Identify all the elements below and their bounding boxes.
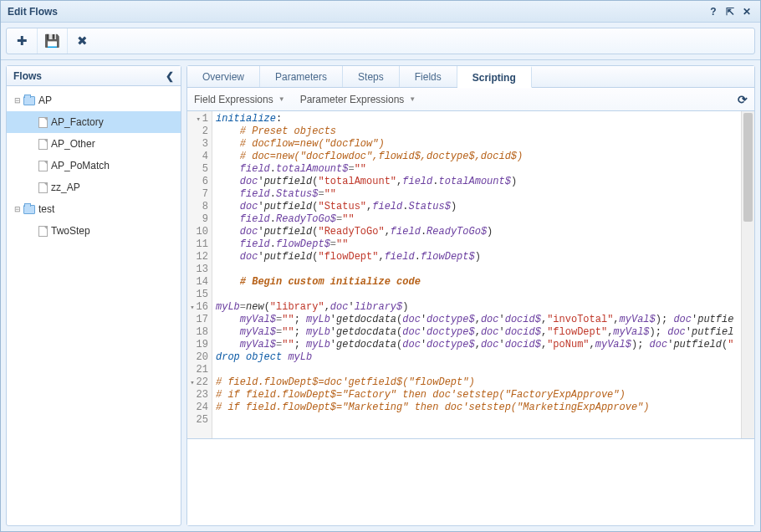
flow-tree[interactable]: ⊟ APAP_FactoryAP_OtherAP_PoMatchzz_AP⊟ t… [7,86,181,525]
pin-button[interactable]: ⇱ [723,5,737,18]
sidebar-header: Flows ❮ [7,66,181,86]
tree-file[interactable]: zz_AP [7,176,181,198]
field-expressions-dropdown[interactable]: Field Expressions ▼ [194,94,285,105]
edit-flows-window: Edit Flows ? ⇱ ✕ ✚ 💾 ✖ Flows ❮ ⊟ APAP_Fa… [0,0,761,532]
tab-scripting[interactable]: Scripting [457,66,532,88]
code-editor[interactable]: 1234567891011121314151617181920212223242… [187,111,754,438]
tab-overview[interactable]: Overview [187,66,260,87]
tree-item-label: AP_Other [51,138,95,150]
window-title: Edit Flows [8,6,58,18]
tab-parameters[interactable]: Parameters [260,66,343,87]
parameter-expressions-dropdown[interactable]: Parameter Expressions ▼ [300,94,416,105]
sidebar-title: Flows [13,70,42,82]
horizontal-scrollbar[interactable] [212,425,741,438]
clear-button[interactable]: ✖ [67,28,97,54]
plus-icon: ✚ [17,33,28,49]
collapse-sidebar-button[interactable]: ❮ [166,70,174,82]
file-icon [38,161,48,171]
tree-item-label: AP [38,95,52,106]
field-expressions-label: Field Expressions [194,94,273,105]
refresh-icon: ⟳ [738,93,748,106]
line-gutter: 1234567891011121314151617181920212223242… [187,111,212,438]
file-icon [38,117,48,128]
vertical-scrollbar[interactable] [741,111,754,438]
add-button[interactable]: ✚ [7,28,37,54]
help-button[interactable]: ? [707,5,720,18]
tree-file[interactable]: AP_Factory [7,111,181,133]
editor-panel: OverviewParametersStepsFieldsScripting F… [186,65,755,526]
tree-folder[interactable]: ⊟ AP [7,90,181,111]
tree-item-label: TwoStep [51,225,90,237]
tree-item-label: test [38,203,54,215]
code-area[interactable]: initialize: # Preset objects # docflow=n… [212,111,741,425]
file-icon [38,226,48,237]
chevron-down-icon: ▼ [409,95,416,103]
main-toolbar-wrap: ✚ 💾 ✖ [1,23,760,60]
main-toolbar: ✚ 💾 ✖ [6,28,755,54]
save-icon: 💾 [44,33,60,49]
folder-icon [23,205,35,214]
scripting-subbar: Field Expressions ▼ Parameter Expression… [187,88,754,111]
tree-folder[interactable]: ⊟ test [7,198,181,220]
close-icon: ✖ [77,33,88,49]
tree-file[interactable]: AP_Other [7,133,181,155]
tree-item-label: AP_Factory [51,116,104,128]
tree-item-label: AP_PoMatch [51,160,110,171]
tree-file[interactable]: AP_PoMatch [7,155,181,176]
save-button[interactable]: 💾 [37,28,67,54]
parameter-expressions-label: Parameter Expressions [300,94,405,105]
tree-file[interactable]: TwoStep [7,220,181,242]
output-panel [187,438,754,525]
folder-icon [23,96,35,105]
tab-steps[interactable]: Steps [343,66,400,87]
tab-fields[interactable]: Fields [400,66,457,87]
flows-sidebar: Flows ❮ ⊟ APAP_FactoryAP_OtherAP_PoMatch… [6,65,181,526]
close-button[interactable]: ✕ [740,5,753,18]
tabs: OverviewParametersStepsFieldsScripting [187,66,754,88]
chevron-down-icon: ▼ [278,95,285,103]
tree-item-label: zz_AP [51,182,80,193]
file-icon [38,182,48,193]
refresh-button[interactable]: ⟳ [738,93,748,106]
main-body: Flows ❮ ⊟ APAP_FactoryAP_OtherAP_PoMatch… [1,60,760,531]
titlebar[interactable]: Edit Flows ? ⇱ ✕ [1,1,760,23]
file-icon [38,139,48,150]
